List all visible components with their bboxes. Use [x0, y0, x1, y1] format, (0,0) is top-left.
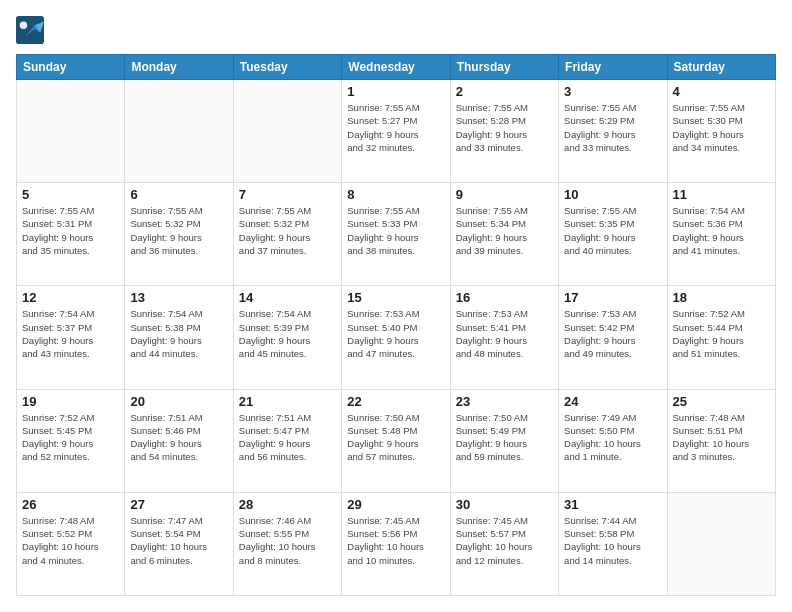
logo — [16, 16, 46, 44]
weekday-header-thursday: Thursday — [450, 55, 558, 80]
day-number: 5 — [22, 187, 119, 202]
day-info: Sunrise: 7:48 AM Sunset: 5:51 PM Dayligh… — [673, 411, 770, 464]
day-info: Sunrise: 7:55 AM Sunset: 5:32 PM Dayligh… — [130, 204, 227, 257]
page: SundayMondayTuesdayWednesdayThursdayFrid… — [0, 0, 792, 612]
day-number: 26 — [22, 497, 119, 512]
day-number: 9 — [456, 187, 553, 202]
calendar-cell: 17Sunrise: 7:53 AM Sunset: 5:42 PM Dayli… — [559, 286, 667, 389]
calendar-cell: 22Sunrise: 7:50 AM Sunset: 5:48 PM Dayli… — [342, 389, 450, 492]
calendar-cell — [233, 80, 341, 183]
calendar-cell: 1Sunrise: 7:55 AM Sunset: 5:27 PM Daylig… — [342, 80, 450, 183]
day-number: 21 — [239, 394, 336, 409]
day-number: 30 — [456, 497, 553, 512]
weekday-header-wednesday: Wednesday — [342, 55, 450, 80]
day-info: Sunrise: 7:55 AM Sunset: 5:29 PM Dayligh… — [564, 101, 661, 154]
svg-point-3 — [20, 22, 27, 29]
calendar-cell — [667, 492, 775, 595]
day-info: Sunrise: 7:55 AM Sunset: 5:35 PM Dayligh… — [564, 204, 661, 257]
day-info: Sunrise: 7:53 AM Sunset: 5:42 PM Dayligh… — [564, 307, 661, 360]
calendar-cell: 11Sunrise: 7:54 AM Sunset: 5:36 PM Dayli… — [667, 183, 775, 286]
day-number: 10 — [564, 187, 661, 202]
day-number: 3 — [564, 84, 661, 99]
weekday-header-sunday: Sunday — [17, 55, 125, 80]
header — [16, 16, 776, 44]
calendar-cell: 3Sunrise: 7:55 AM Sunset: 5:29 PM Daylig… — [559, 80, 667, 183]
day-number: 23 — [456, 394, 553, 409]
day-info: Sunrise: 7:55 AM Sunset: 5:27 PM Dayligh… — [347, 101, 444, 154]
day-number: 24 — [564, 394, 661, 409]
day-info: Sunrise: 7:51 AM Sunset: 5:46 PM Dayligh… — [130, 411, 227, 464]
calendar-cell: 21Sunrise: 7:51 AM Sunset: 5:47 PM Dayli… — [233, 389, 341, 492]
day-info: Sunrise: 7:50 AM Sunset: 5:48 PM Dayligh… — [347, 411, 444, 464]
calendar-cell: 20Sunrise: 7:51 AM Sunset: 5:46 PM Dayli… — [125, 389, 233, 492]
day-info: Sunrise: 7:55 AM Sunset: 5:33 PM Dayligh… — [347, 204, 444, 257]
day-number: 19 — [22, 394, 119, 409]
day-info: Sunrise: 7:54 AM Sunset: 5:38 PM Dayligh… — [130, 307, 227, 360]
day-info: Sunrise: 7:54 AM Sunset: 5:36 PM Dayligh… — [673, 204, 770, 257]
day-info: Sunrise: 7:44 AM Sunset: 5:58 PM Dayligh… — [564, 514, 661, 567]
day-number: 27 — [130, 497, 227, 512]
weekday-header-tuesday: Tuesday — [233, 55, 341, 80]
day-number: 16 — [456, 290, 553, 305]
day-info: Sunrise: 7:50 AM Sunset: 5:49 PM Dayligh… — [456, 411, 553, 464]
day-number: 20 — [130, 394, 227, 409]
day-number: 22 — [347, 394, 444, 409]
day-number: 2 — [456, 84, 553, 99]
calendar-cell — [125, 80, 233, 183]
day-info: Sunrise: 7:53 AM Sunset: 5:41 PM Dayligh… — [456, 307, 553, 360]
day-info: Sunrise: 7:48 AM Sunset: 5:52 PM Dayligh… — [22, 514, 119, 567]
day-info: Sunrise: 7:54 AM Sunset: 5:37 PM Dayligh… — [22, 307, 119, 360]
calendar-cell: 30Sunrise: 7:45 AM Sunset: 5:57 PM Dayli… — [450, 492, 558, 595]
calendar-cell: 2Sunrise: 7:55 AM Sunset: 5:28 PM Daylig… — [450, 80, 558, 183]
day-number: 25 — [673, 394, 770, 409]
calendar-cell: 8Sunrise: 7:55 AM Sunset: 5:33 PM Daylig… — [342, 183, 450, 286]
calendar-cell: 24Sunrise: 7:49 AM Sunset: 5:50 PM Dayli… — [559, 389, 667, 492]
day-number: 6 — [130, 187, 227, 202]
calendar-cell: 4Sunrise: 7:55 AM Sunset: 5:30 PM Daylig… — [667, 80, 775, 183]
calendar-cell: 9Sunrise: 7:55 AM Sunset: 5:34 PM Daylig… — [450, 183, 558, 286]
logo-icon — [16, 16, 44, 44]
weekday-header-saturday: Saturday — [667, 55, 775, 80]
calendar-week-row: 5Sunrise: 7:55 AM Sunset: 5:31 PM Daylig… — [17, 183, 776, 286]
calendar-week-row: 19Sunrise: 7:52 AM Sunset: 5:45 PM Dayli… — [17, 389, 776, 492]
day-number: 8 — [347, 187, 444, 202]
calendar-cell: 10Sunrise: 7:55 AM Sunset: 5:35 PM Dayli… — [559, 183, 667, 286]
calendar-cell: 16Sunrise: 7:53 AM Sunset: 5:41 PM Dayli… — [450, 286, 558, 389]
calendar-cell: 13Sunrise: 7:54 AM Sunset: 5:38 PM Dayli… — [125, 286, 233, 389]
calendar-cell: 31Sunrise: 7:44 AM Sunset: 5:58 PM Dayli… — [559, 492, 667, 595]
calendar-cell: 25Sunrise: 7:48 AM Sunset: 5:51 PM Dayli… — [667, 389, 775, 492]
calendar-cell: 18Sunrise: 7:52 AM Sunset: 5:44 PM Dayli… — [667, 286, 775, 389]
day-number: 13 — [130, 290, 227, 305]
day-number: 28 — [239, 497, 336, 512]
calendar-cell: 27Sunrise: 7:47 AM Sunset: 5:54 PM Dayli… — [125, 492, 233, 595]
calendar-table: SundayMondayTuesdayWednesdayThursdayFrid… — [16, 54, 776, 596]
weekday-header-monday: Monday — [125, 55, 233, 80]
day-info: Sunrise: 7:46 AM Sunset: 5:55 PM Dayligh… — [239, 514, 336, 567]
day-number: 11 — [673, 187, 770, 202]
calendar-cell: 12Sunrise: 7:54 AM Sunset: 5:37 PM Dayli… — [17, 286, 125, 389]
day-info: Sunrise: 7:55 AM Sunset: 5:28 PM Dayligh… — [456, 101, 553, 154]
day-info: Sunrise: 7:45 AM Sunset: 5:57 PM Dayligh… — [456, 514, 553, 567]
day-info: Sunrise: 7:55 AM Sunset: 5:31 PM Dayligh… — [22, 204, 119, 257]
day-number: 29 — [347, 497, 444, 512]
calendar-cell: 19Sunrise: 7:52 AM Sunset: 5:45 PM Dayli… — [17, 389, 125, 492]
calendar-cell: 15Sunrise: 7:53 AM Sunset: 5:40 PM Dayli… — [342, 286, 450, 389]
calendar-cell — [17, 80, 125, 183]
calendar-cell: 29Sunrise: 7:45 AM Sunset: 5:56 PM Dayli… — [342, 492, 450, 595]
day-number: 18 — [673, 290, 770, 305]
day-number: 4 — [673, 84, 770, 99]
weekday-header-row: SundayMondayTuesdayWednesdayThursdayFrid… — [17, 55, 776, 80]
calendar-cell: 6Sunrise: 7:55 AM Sunset: 5:32 PM Daylig… — [125, 183, 233, 286]
day-number: 1 — [347, 84, 444, 99]
day-number: 12 — [22, 290, 119, 305]
day-number: 7 — [239, 187, 336, 202]
day-info: Sunrise: 7:49 AM Sunset: 5:50 PM Dayligh… — [564, 411, 661, 464]
calendar-week-row: 26Sunrise: 7:48 AM Sunset: 5:52 PM Dayli… — [17, 492, 776, 595]
calendar-cell: 7Sunrise: 7:55 AM Sunset: 5:32 PM Daylig… — [233, 183, 341, 286]
calendar-cell: 5Sunrise: 7:55 AM Sunset: 5:31 PM Daylig… — [17, 183, 125, 286]
day-info: Sunrise: 7:52 AM Sunset: 5:45 PM Dayligh… — [22, 411, 119, 464]
calendar-cell: 14Sunrise: 7:54 AM Sunset: 5:39 PM Dayli… — [233, 286, 341, 389]
day-info: Sunrise: 7:55 AM Sunset: 5:32 PM Dayligh… — [239, 204, 336, 257]
calendar-week-row: 12Sunrise: 7:54 AM Sunset: 5:37 PM Dayli… — [17, 286, 776, 389]
calendar-cell: 26Sunrise: 7:48 AM Sunset: 5:52 PM Dayli… — [17, 492, 125, 595]
